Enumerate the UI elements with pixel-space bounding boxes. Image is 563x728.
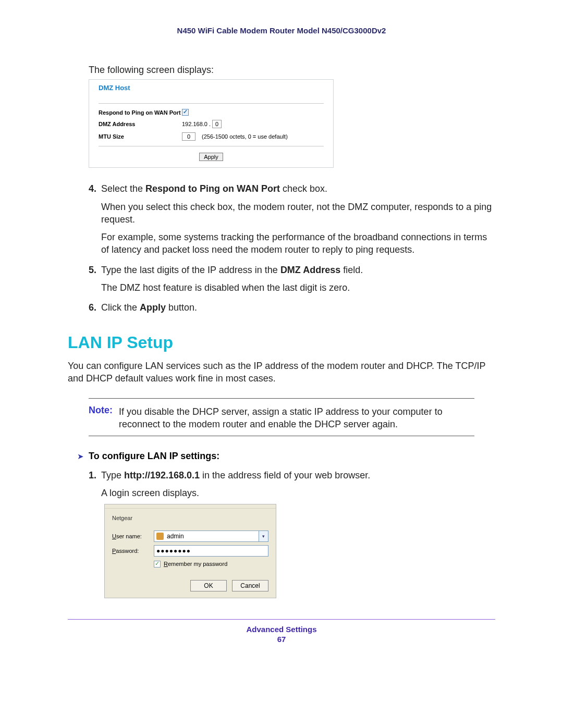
username-label: User name: (112, 533, 154, 539)
dmz-host-panel: DMZ Host Respond to Ping on WAN Port DMZ… (89, 79, 334, 168)
remember-password-checkbox[interactable] (154, 561, 161, 567)
login-dialog: Netgear User name: admin ▾ Password: ●●●… (104, 504, 276, 598)
proc-1-text-a: Type (101, 470, 124, 480)
step-5-text-c: field. (340, 265, 363, 275)
username-value: admin (167, 533, 184, 540)
step-4-text-c: check box. (280, 183, 327, 194)
remember-password-label: Remember my password (164, 561, 227, 567)
dmz-address-label: DMZ Address (99, 121, 182, 127)
respond-ping-label: Respond to Ping on WAN Port (99, 109, 182, 116)
login-site-label: Netgear (112, 515, 268, 521)
step-4-p2: When you select this check box, the mode… (101, 201, 495, 226)
password-input[interactable]: ●●●●●●●● (154, 545, 268, 557)
intro-text: The following screen displays: (89, 64, 495, 76)
running-header: N450 WiFi Cable Modem Router Model N450/… (68, 26, 495, 35)
page-footer: Advanced Settings 67 (68, 619, 495, 644)
chevron-down-icon: ▾ (262, 534, 265, 539)
step-5-p2: The DMZ host feature is disabled when th… (101, 281, 495, 294)
procedure-heading: To configure LAN IP settings: (89, 451, 219, 462)
step-5-text-a: Type the last digits of the IP address i… (101, 265, 280, 275)
cancel-button[interactable]: Cancel (232, 580, 268, 591)
procedure-heading-row: ➤ To configure LAN IP settings: (77, 451, 495, 462)
step-5: 5. Type the last digits of the IP addres… (89, 264, 495, 294)
step-6-text-a: Click the (101, 302, 140, 313)
respond-ping-checkbox[interactable] (182, 109, 189, 116)
step-4-p3: For example, some systems tracking the p… (101, 231, 495, 256)
mtu-size-label: MTU Size (99, 133, 182, 140)
remember-password-row: Remember my password (154, 561, 268, 567)
apply-button[interactable]: Apply (199, 153, 223, 161)
step-number: 6. (89, 301, 101, 314)
proc-1-p2: A login screen displays. (101, 487, 495, 499)
proc-step-1: 1. Type http://192.168.0.1 in the addres… (89, 469, 495, 500)
proc-1-text-c: in the address field of your web browser… (200, 470, 370, 480)
arrow-icon: ➤ (77, 452, 89, 461)
user-icon (156, 533, 164, 540)
password-value: ●●●●●●●● (156, 547, 191, 554)
step-number: 5. (89, 264, 101, 276)
step-5-bold: DMZ Address (280, 265, 340, 275)
step-number: 1. (89, 469, 101, 482)
proc-1-bold: http://192.168.0.1 (124, 470, 200, 480)
login-dialog-titlebar (105, 504, 276, 509)
step-4: 4. Select the Respond to Ping on WAN Por… (89, 182, 495, 256)
dmz-address-prefix: 192.168.0 . (182, 121, 211, 127)
step-4-text-a: Select the (101, 183, 145, 194)
step-number: 4. (89, 182, 101, 195)
lan-intro: You can configure LAN services such as t… (68, 360, 495, 385)
step-6-text-c: button. (166, 302, 197, 313)
username-input[interactable]: admin (154, 530, 259, 542)
mtu-size-input[interactable]: 0 (182, 132, 195, 141)
lan-ip-setup-heading: LAN IP Setup (68, 333, 495, 352)
footer-page-number: 67 (68, 635, 495, 644)
footer-section: Advanced Settings (68, 625, 495, 634)
ok-button[interactable]: OK (190, 580, 227, 591)
dmz-address-last-octet-input[interactable]: 0 (212, 120, 222, 128)
note-body: If you disable the DHCP server, assign a… (119, 405, 474, 431)
note-block: Note: If you disable the DHCP server, as… (89, 398, 474, 436)
step-6: 6. Click the Apply button. (89, 301, 495, 314)
step-4-bold: Respond to Ping on WAN Port (145, 183, 280, 194)
mtu-size-note: (256-1500 octets, 0 = use default) (202, 133, 288, 140)
password-label: Password: (112, 548, 154, 554)
step-6-bold: Apply (140, 302, 166, 313)
username-dropdown[interactable]: ▾ (259, 530, 268, 542)
note-label: Note: (89, 405, 113, 415)
dmz-panel-title: DMZ Host (99, 84, 324, 104)
